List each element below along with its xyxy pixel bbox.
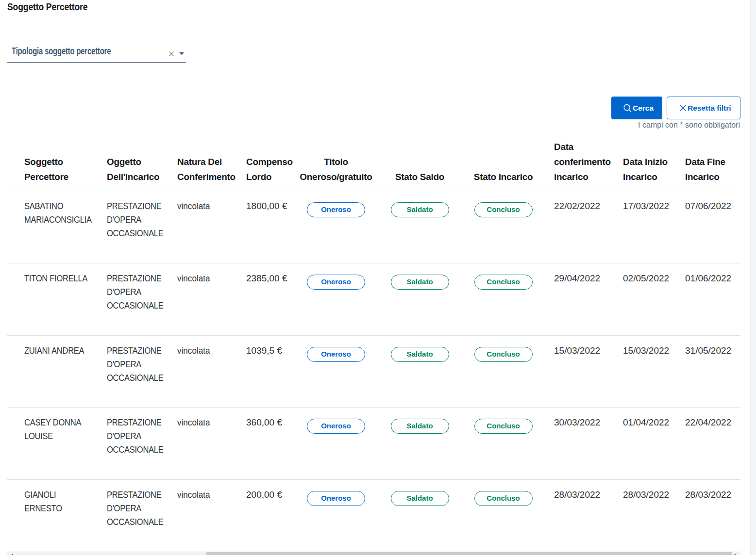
cell-compenso: 2385,00 € [245,263,297,335]
cell-titolo: Oneroso [297,480,375,552]
cell-data_conferimento: 29/04/2022 [542,263,616,335]
table-row: GIANOLI ERNESTOPRESTAZIONE D'OPERA OCCAS… [7,480,740,552]
cell-oggetto: PRESTAZIONE D'OPERA OCCASIONALE [106,480,168,552]
badge-titolo: Oneroso [307,202,365,217]
badge-titolo: Oneroso [307,491,365,506]
column-header-stato_saldo: Stato Saldo [375,169,465,191]
cell-data_fine: 31/05/2022 [678,336,740,408]
table-row: SABATINO MARIACONSIGLIAPRESTAZIONE D'OPE… [7,191,740,263]
cell-oggetto: PRESTAZIONE D'OPERA OCCASIONALE [106,408,168,479]
resetta-filtri-button-label: Resetta filtri [688,104,731,113]
badge-titolo: Oneroso [307,275,365,290]
cell-data_conferimento: 22/02/2022 [542,191,616,263]
page-title: Soggetto Percettore [7,0,87,14]
badge-titolo: Oneroso [307,419,365,434]
column-header-titolo: Titolo Oneroso/gratuito [297,154,375,191]
cell-titolo: Oneroso [297,408,375,479]
cell-natura: vincolata [177,408,238,479]
badge-stato_saldo: Saldato [391,419,449,434]
cell-stato_incarico: Concluso [465,408,542,479]
cell-titolo: Oneroso [297,191,375,263]
cell-compenso: 200,00 € [245,480,297,552]
badge-stato_incarico: Concluso [474,491,533,506]
table-row: CASEY DONNA LOUISEPRESTAZIONE D'OPERA OC… [7,408,740,480]
tipologia-select[interactable]: Tipologia soggetto percettore [7,44,186,63]
cell-data_fine: 22/04/2022 [678,408,740,479]
incarichi-table: Soggetto PercettoreOggetto Dell'incarico… [7,139,740,552]
cell-data_conferimento: 30/03/2022 [542,408,616,479]
badge-stato_incarico: Concluso [474,202,533,217]
column-header-natura: Natura Del Conferimento [177,154,245,191]
cell-natura: vincolata [177,191,238,263]
x-icon [680,105,686,111]
chevron-down-icon[interactable] [179,52,184,55]
cell-soggetto: TITON FIORELLA [10,263,96,335]
cell-compenso: 1800,00 € [245,191,297,263]
cell-data_inizio: 01/04/2022 [616,408,678,479]
cell-oggetto: PRESTAZIONE D'OPERA OCCASIONALE [106,263,168,335]
tipologia-select-label: Tipologia soggetto percettore [12,44,111,58]
table-header-row: Soggetto PercettoreOggetto Dell'incarico… [7,139,740,191]
cell-oggetto: PRESTAZIONE D'OPERA OCCASIONALE [106,191,168,263]
horizontal-scrollbar-thumb[interactable] [206,552,732,555]
cell-soggetto: GIANOLI ERNESTO [10,480,96,552]
cell-compenso: 1039,5 € [245,336,297,408]
cell-stato_saldo: Saldato [375,408,465,479]
cell-data_fine: 07/06/2022 [678,191,740,263]
cell-data_inizio: 02/05/2022 [616,263,678,335]
cell-natura: vincolata [177,336,238,408]
cerca-button-label: Cerca [633,104,654,113]
cell-data_inizio: 28/03/2022 [616,480,678,552]
cell-stato_incarico: Concluso [465,191,542,263]
cell-stato_saldo: Saldato [375,263,465,335]
table-row: TITON FIORELLAPRESTAZIONE D'OPERA OCCASI… [7,263,740,336]
badge-stato_incarico: Concluso [474,419,533,434]
badge-titolo: Oneroso [307,347,365,362]
column-header-data_fine: Data Fine Incarico [678,154,740,191]
cell-data_conferimento: 15/03/2022 [542,336,616,408]
search-icon [623,104,632,113]
badge-stato_saldo: Saldato [391,491,449,506]
vertical-scrollbar[interactable] [750,0,756,555]
cell-data_inizio: 15/03/2022 [616,336,678,408]
cell-soggetto: ZUIANI ANDREA [10,336,96,408]
cell-stato_incarico: Concluso [465,263,542,335]
cell-stato_saldo: Saldato [375,191,465,263]
column-header-stato_incarico: Stato Incarico [465,169,542,191]
badge-stato_incarico: Concluso [474,275,533,290]
cell-data_fine: 28/03/2022 [678,480,740,552]
cell-natura: vincolata [177,480,238,552]
cell-stato_incarico: Concluso [465,336,542,408]
cell-titolo: Oneroso [297,336,375,408]
badge-stato_incarico: Concluso [474,347,533,362]
cell-oggetto: PRESTAZIONE D'OPERA OCCASIONALE [106,336,168,408]
column-header-soggetto: Soggetto Percettore [7,154,106,191]
cell-data_fine: 01/06/2022 [678,263,740,335]
resetta-filtri-button[interactable]: Resetta filtri [667,97,740,119]
cell-natura: vincolata [177,263,238,335]
badge-stato_saldo: Saldato [391,202,449,217]
column-header-data_inizio: Data Inizio Incarico [616,154,678,191]
cell-soggetto: CASEY DONNA LOUISE [10,408,96,479]
cell-data_inizio: 17/03/2022 [616,191,678,263]
cell-compenso: 360,00 € [245,408,297,479]
column-header-oggetto: Oggetto Dell'incarico [106,154,177,191]
cerca-button[interactable]: Cerca [611,97,662,119]
badge-stato_saldo: Saldato [391,347,449,362]
badge-stato_saldo: Saldato [391,275,449,290]
column-header-compenso: Compenso Lordo [245,154,297,191]
horizontal-scrollbar[interactable] [7,552,740,555]
required-fields-note: I campi con * sono obbligatori [638,119,740,131]
clear-selection-icon[interactable] [169,51,174,56]
table-row: ZUIANI ANDREAPRESTAZIONE D'OPERA OCCASIO… [7,336,740,408]
cell-stato_saldo: Saldato [375,336,465,408]
column-header-data_conferimento: Data conferimento incarico [542,139,616,191]
cell-soggetto: SABATINO MARIACONSIGLIA [10,191,96,263]
cell-titolo: Oneroso [297,263,375,335]
cell-stato_incarico: Concluso [465,480,542,552]
cell-data_conferimento: 28/03/2022 [542,480,616,552]
cell-stato_saldo: Saldato [375,480,465,552]
